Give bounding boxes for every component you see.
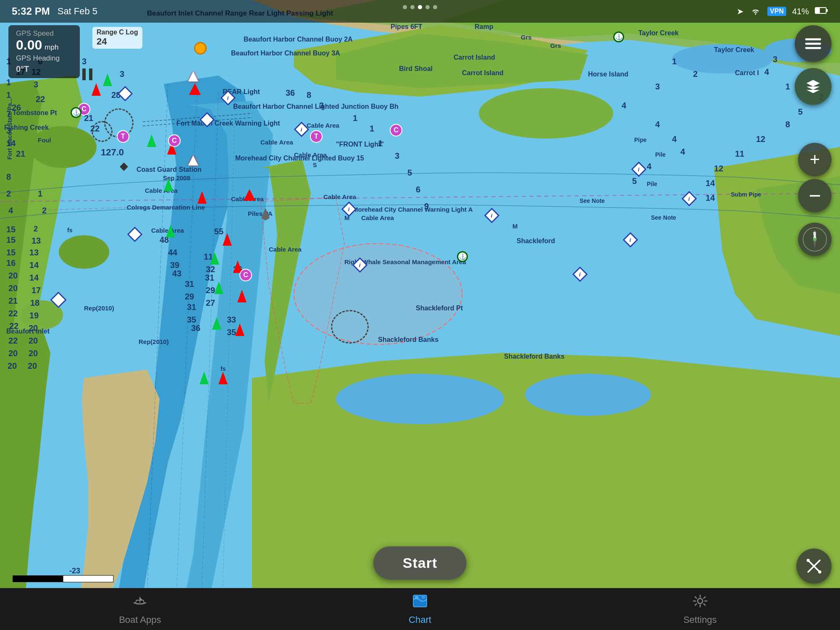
map-container[interactable]: -23 Beaufort Inlet Channel Range Rear Li…: [0, 0, 840, 596]
svg-text:N: N: [813, 231, 816, 236]
channel-c-2: C: [168, 134, 181, 147]
marker-t-2: T: [310, 130, 323, 143]
boat-apps-label: Boat Apps: [119, 614, 161, 625]
caution-circle-3: [331, 310, 369, 344]
status-icons: ➤ VPN 41%: [737, 6, 828, 17]
triangle-white-1: [188, 71, 198, 81]
gps-speed-label: GPS Speed: [16, 29, 72, 38]
dot-1: [403, 5, 407, 9]
svg-point-50: [807, 559, 810, 562]
layers-button[interactable]: [795, 68, 832, 105]
status-date: Sat Feb 5: [58, 6, 97, 17]
settings-label: Settings: [683, 614, 717, 625]
tab-boat-apps[interactable]: Boat Apps: [0, 589, 280, 630]
chart-label: Chart: [409, 614, 431, 625]
svg-text:-23: -23: [69, 567, 80, 575]
zoom-controls: + −: [798, 143, 832, 213]
range-label: Range C Log: [97, 29, 138, 36]
wifi-icon: [750, 6, 761, 17]
page-dots: [403, 5, 437, 9]
anchor-icon-1: ⚓: [71, 107, 81, 118]
svg-rect-35: [63, 575, 113, 582]
tools-button[interactable]: [796, 549, 832, 584]
menu-button[interactable]: [795, 25, 832, 62]
svg-point-56: [698, 598, 703, 604]
gps-speed-value: 0.00: [16, 38, 42, 52]
gps-speed-unit: mph: [45, 43, 58, 52]
compass-button[interactable]: N: [798, 223, 832, 256]
svg-point-20: [59, 235, 109, 269]
svg-rect-39: [816, 8, 820, 13]
location-icon: ➤: [737, 6, 744, 16]
svg-point-8: [479, 88, 613, 139]
battery-text: 41%: [792, 7, 809, 16]
gps-panel: GPS Speed 0.00 mph GPS Heading 0°T: [8, 25, 80, 78]
svg-point-4: [672, 44, 773, 74]
zoom-out-button[interactable]: −: [798, 179, 832, 213]
chart-icon: [412, 593, 428, 612]
dot-4: [425, 5, 430, 9]
light-post-1: [82, 68, 86, 80]
status-time: 5:32 PM: [12, 5, 50, 17]
svg-rect-41: [805, 43, 821, 45]
svg-rect-42: [805, 47, 821, 49]
gps-heading-value: 0°T: [16, 64, 72, 74]
buoy-orange-1: [194, 42, 207, 55]
marker-t-1: T: [117, 130, 129, 143]
status-bar: 5:32 PM Sat Feb 5 ➤ VPN 41%: [0, 0, 840, 23]
svg-rect-38: [826, 9, 828, 12]
range-panel: Range C Log 24: [92, 27, 142, 49]
svg-point-16: [336, 374, 504, 424]
svg-point-17: [525, 374, 651, 416]
svg-rect-34: [13, 575, 63, 582]
svg-point-31: [294, 244, 462, 344]
caution-circle-2: [92, 121, 113, 142]
anchor-icon-3: ⚓: [457, 251, 468, 262]
triangle-red-2: [244, 189, 255, 201]
svg-point-19: [29, 126, 97, 168]
gps-heading-label: GPS Heading: [16, 54, 72, 63]
tab-settings[interactable]: Settings: [560, 589, 840, 630]
range-value: 24: [97, 36, 138, 47]
dot-2: [410, 5, 415, 9]
svg-rect-55: [422, 596, 425, 598]
triangle-white-2: [188, 155, 198, 165]
battery-icon: [815, 7, 828, 16]
right-controls: [795, 25, 832, 105]
triangle-red-1: [189, 83, 201, 95]
svg-rect-40: [805, 38, 821, 40]
channel-c-3: C: [390, 124, 402, 136]
svg-point-47: [813, 238, 816, 241]
dot-5: [433, 5, 437, 9]
tab-bar: Boat Apps Chart Settings: [0, 588, 840, 630]
anchor-icon-2: ⚓: [613, 32, 624, 42]
svg-point-51: [818, 570, 821, 573]
zoom-in-button[interactable]: +: [798, 143, 832, 176]
vpn-badge: VPN: [767, 7, 786, 16]
svg-rect-54: [415, 596, 418, 598]
start-button[interactable]: Start: [373, 546, 467, 580]
dot-3: [418, 5, 422, 9]
tab-chart[interactable]: Chart: [280, 589, 560, 630]
settings-icon: [692, 593, 709, 612]
channel-c-4: C: [239, 269, 252, 281]
boat-apps-icon: [131, 593, 148, 612]
light-post-2: [89, 68, 92, 80]
